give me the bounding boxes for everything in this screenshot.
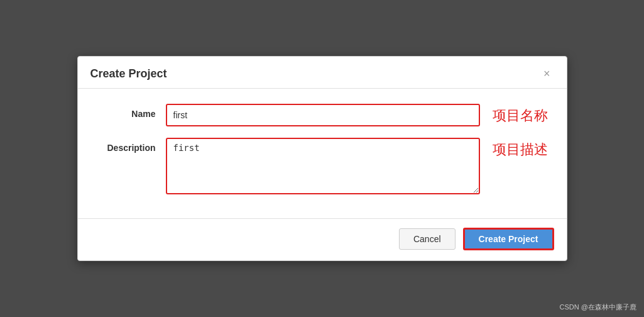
create-project-button[interactable]: Create Project xyxy=(463,228,554,250)
watermark: CSDN @在森林中廉子鹿 xyxy=(560,303,636,312)
dialog-header: Create Project × xyxy=(78,57,567,89)
close-button[interactable]: × xyxy=(540,67,554,81)
name-row: Name 项目名称 xyxy=(97,104,548,126)
name-label: Name xyxy=(97,104,166,119)
name-annotation: 项目名称 xyxy=(493,104,548,125)
name-input[interactable] xyxy=(166,104,480,126)
create-project-dialog: Create Project × Name 项目名称 Description f… xyxy=(77,56,567,261)
description-row: Description first 项目描述 xyxy=(97,138,548,194)
name-input-wrapper: 项目名称 xyxy=(166,104,548,126)
dialog-overlay: Create Project × Name 项目名称 Description f… xyxy=(0,0,644,317)
description-annotation: 项目描述 xyxy=(493,138,548,159)
cancel-button[interactable]: Cancel xyxy=(399,228,456,250)
description-input[interactable]: first xyxy=(166,138,480,194)
dialog-footer: Cancel Create Project xyxy=(78,218,567,260)
dialog-body: Name 项目名称 Description first 项目描述 xyxy=(78,89,567,218)
description-input-wrapper: first 项目描述 xyxy=(166,138,548,194)
description-label: Description xyxy=(97,138,166,153)
dialog-title: Create Project xyxy=(90,67,167,81)
